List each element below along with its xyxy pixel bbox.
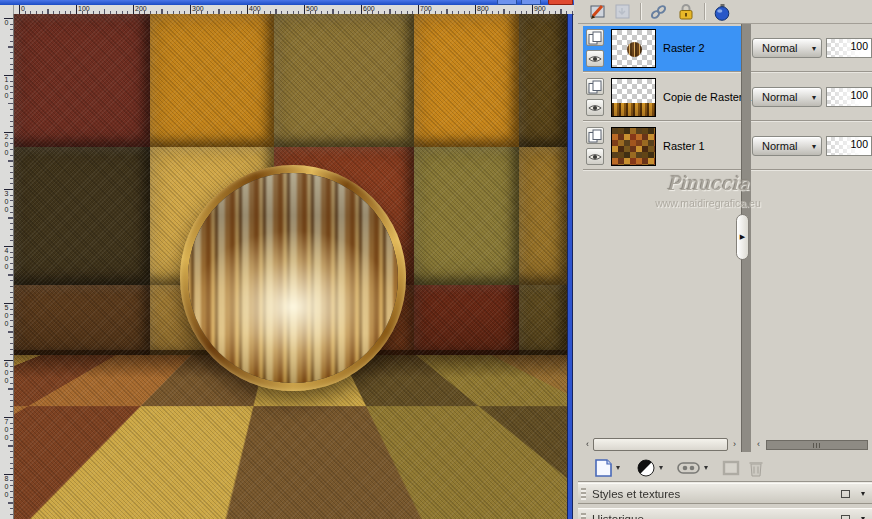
layers-toolbar [578,0,872,24]
layer-row-copie-de-raster1[interactable]: Copie de Raster 1 [583,75,741,120]
ruler-label: 0 [21,5,25,12]
ruler-label: 500 [306,5,318,12]
layer-visibility-toggle[interactable] [586,50,604,67]
ruler-label: 500 [2,304,10,328]
ruler-label: 200 [2,133,10,157]
chevron-down-icon[interactable]: ▾ [616,463,620,472]
blend-mode-dropdown[interactable]: Normal▾ [752,38,822,58]
layer-pages-icon[interactable] [586,78,604,95]
merge-layer-icon[interactable] [613,2,633,22]
right-scrollbar-thumb[interactable] [766,440,868,450]
edit-selection-icon[interactable] [589,2,609,22]
ruler-label: 300 [2,190,10,214]
promote-background-icon[interactable] [720,457,742,479]
layer-name: Copie de Raster 1 [663,75,752,120]
layer-thumbnail[interactable] [611,29,656,68]
chevron-down-icon: ▾ [812,44,816,53]
ruler-label: 400 [2,247,10,271]
scroll-left-button[interactable]: ‹ [583,438,592,451]
layer-visibility-toggle[interactable] [586,148,604,165]
opacity-field[interactable]: 100 [826,87,872,107]
layer-row-raster2[interactable]: Raster 2 [583,26,741,71]
panel-title: Styles et textures [592,484,680,504]
watermark-signature: Pinuccia [588,172,828,194]
new-adjustment-layer-icon[interactable] [635,457,657,479]
chevron-down-icon[interactable]: ▾ [704,463,708,472]
scroll-left-button[interactable]: ‹ [754,438,763,451]
layer-row-raster1[interactable]: Raster 1 [583,124,741,169]
splitter-collapse-handle[interactable]: ▶ [736,214,749,260]
ruler-label: 100 [2,76,10,100]
paintshop-pro-window: 0 100 200 300 400 500 600 700 800 900 0 … [0,0,872,519]
layer-visibility-toggle[interactable] [586,99,604,116]
chevron-down-icon: ▾ [812,93,816,102]
layer-pages-icon[interactable] [586,29,604,46]
ruler-label: 800 [477,5,489,12]
ruler-label: 700 [420,5,432,12]
script-sphere-icon[interactable] [712,2,732,22]
layer-thumbnail[interactable] [611,78,656,117]
left-scrollbar-thumb[interactable] [593,438,728,451]
ruler-label: 100 [78,5,90,12]
vertical-ruler: 0 100 200 300 400 500 600 700 800 [0,14,14,519]
layers-palette: Raster 2 Copie de Raster 1 Raster 1 [578,0,872,519]
image-window-border [567,14,573,519]
opacity-field[interactable]: 100 [826,136,872,156]
mirror-circle [180,165,406,391]
ruler-label: 600 [363,5,375,12]
panel-header-historique[interactable]: Historique ▾ [578,508,872,519]
layers-bottom-toolbar: ▾ ▾ ▾ [578,455,872,481]
sphere-preview [627,42,642,57]
dock-icon[interactable] [841,515,850,519]
blend-mode-dropdown[interactable]: Normal▾ [752,87,822,107]
drag-grip[interactable] [581,513,586,519]
layer-name: Raster 1 [663,124,705,169]
panel-title: Historique [592,509,644,519]
opacity-field[interactable]: 100 [826,38,872,58]
curtain-streaks [188,173,398,383]
image-window: 0 100 200 300 400 500 600 700 800 900 0 … [0,0,574,519]
lock-transparency-icon[interactable] [676,2,696,22]
ruler-label: 200 [135,5,147,12]
ruler-label: 400 [249,5,261,12]
chevron-down-icon[interactable]: ▾ [659,463,663,472]
chevron-down-icon[interactable]: ▾ [861,514,865,519]
ruler-label: 300 [192,5,204,12]
layer-name: Raster 2 [663,26,705,71]
ruler-label: 600 [2,361,10,385]
scroll-right-button[interactable]: › [730,438,739,451]
chevron-down-icon[interactable]: ▾ [861,489,865,498]
watermark-url: www.maidiregrafica.eu [588,197,828,209]
chevron-down-icon: ▾ [812,142,816,151]
delete-layer-icon[interactable] [745,457,767,479]
new-raster-layer-icon[interactable] [592,457,614,479]
blend-mode-dropdown[interactable]: Normal▾ [752,136,822,156]
link-layers-icon[interactable] [649,2,669,22]
ruler-label: 0 [2,19,10,27]
canvas-image[interactable] [14,14,567,519]
new-mask-layer-icon[interactable] [676,457,702,479]
watermark: Pinuccia www.maidiregrafica.eu [588,172,828,209]
ruler-label: 800 [2,475,10,499]
drag-grip[interactable] [581,488,586,500]
layer-pages-icon[interactable] [586,127,604,144]
panel-header-styles-textures[interactable]: Styles et textures ▾ [578,483,872,504]
ruler-label: 900 [534,5,546,12]
ruler-label: 700 [2,418,10,442]
layer-thumbnail[interactable] [611,127,656,166]
dock-icon[interactable] [841,490,850,498]
